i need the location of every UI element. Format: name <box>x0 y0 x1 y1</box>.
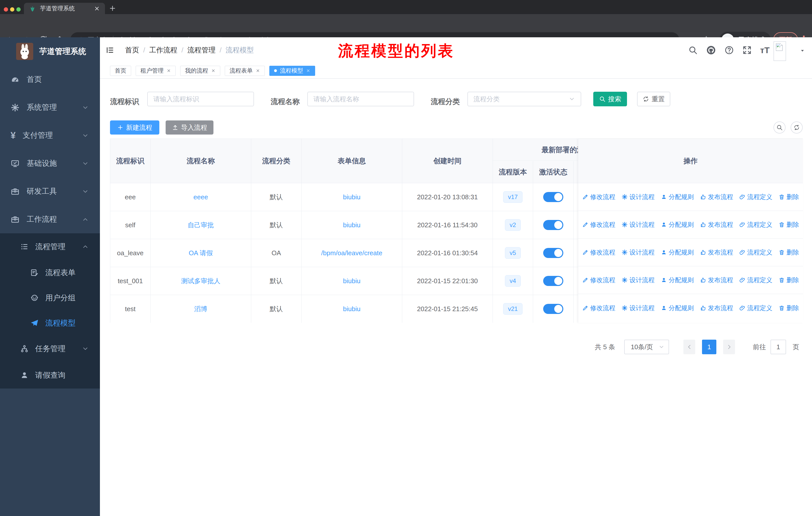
active-toggle[interactable] <box>543 220 563 230</box>
active-toggle[interactable] <box>543 304 563 314</box>
tab-close-icon[interactable] <box>94 5 100 11</box>
version-badge[interactable]: v4 <box>505 275 521 287</box>
active-toggle[interactable] <box>543 192 563 202</box>
page-size-select[interactable]: 10条/页 <box>624 340 669 354</box>
tagview-process-model[interactable]: 流程模型 <box>269 66 315 76</box>
publish-process-link[interactable]: 发布流程 <box>700 220 733 229</box>
cell-name-link[interactable]: eeee <box>150 183 251 211</box>
publish-process-link[interactable]: 发布流程 <box>700 193 733 201</box>
edit-process-link[interactable]: 修改流程 <box>582 248 615 256</box>
cell-name-link[interactable]: 自己审批 <box>150 211 251 239</box>
window-minimize-button[interactable] <box>10 7 14 11</box>
table-search-toggle-button[interactable] <box>774 121 786 134</box>
process-definition-link[interactable]: 流程定义 <box>739 220 773 229</box>
process-key-input[interactable] <box>147 92 254 106</box>
font-size-icon[interactable]: ᴛT <box>760 45 770 55</box>
process-definition-link[interactable]: 流程定义 <box>739 276 773 284</box>
assign-rule-link[interactable]: 分配规则 <box>661 248 694 256</box>
search-icon[interactable] <box>688 45 698 55</box>
sidebar-item-user-group[interactable]: 用户分组 <box>0 285 100 310</box>
process-definition-link[interactable]: 流程定义 <box>739 193 773 201</box>
tag-close-icon[interactable] <box>211 69 215 73</box>
delete-link[interactable]: 删除 <box>779 248 799 256</box>
tagview-tenant[interactable]: 租户管理 <box>136 66 176 76</box>
sidebar-item-workflow[interactable]: 工作流程 <box>0 205 100 233</box>
tagview-process-form[interactable]: 流程表单 <box>225 66 265 76</box>
sidebar-item-process-mgmt[interactable]: 流程管理 <box>0 233 100 260</box>
sidebar-collapse-icon[interactable] <box>106 46 114 54</box>
edit-process-link[interactable]: 修改流程 <box>582 276 615 284</box>
publish-process-link[interactable]: 发布流程 <box>700 248 733 256</box>
cell-name-link[interactable]: 滔博 <box>150 295 251 323</box>
sidebar-item-system[interactable]: 系统管理 <box>0 93 100 121</box>
publish-process-link[interactable]: 发布流程 <box>700 276 733 284</box>
sidebar-item-home[interactable]: 首页 <box>0 65 100 93</box>
user-menu-caret-icon[interactable] <box>800 48 805 53</box>
process-definition-link[interactable]: 流程定义 <box>739 248 773 256</box>
edit-process-link[interactable]: 修改流程 <box>582 220 615 229</box>
fullscreen-icon[interactable] <box>742 45 752 55</box>
breadcrumb-workflow[interactable]: 工作流程 <box>149 45 177 55</box>
delete-link[interactable]: 删除 <box>779 304 799 312</box>
active-toggle[interactable] <box>543 276 563 286</box>
reset-button[interactable]: 重置 <box>637 92 670 106</box>
sidebar-item-devtools[interactable]: 研发工具 <box>0 178 100 205</box>
design-process-link[interactable]: 设计流程 <box>621 276 655 284</box>
process-category-select[interactable]: 流程分类 <box>467 92 581 106</box>
sidebar-item-infra[interactable]: 基础设施 <box>0 150 100 178</box>
assign-rule-link[interactable]: 分配规则 <box>661 193 694 201</box>
user-avatar[interactable] <box>774 41 786 61</box>
breadcrumb-process-mgmt[interactable]: 流程管理 <box>187 45 216 55</box>
cell-name-link[interactable]: OA 请假 <box>150 239 251 267</box>
sidebar-item-leave-query[interactable]: 请假查询 <box>0 362 100 388</box>
browser-tab[interactable]: 芋道管理系统 <box>24 3 105 14</box>
tag-close-icon[interactable] <box>167 69 171 73</box>
process-definition-link[interactable]: 流程定义 <box>739 304 773 312</box>
cell-name-link[interactable]: 测试多审批人 <box>150 267 251 295</box>
assign-rule-link[interactable]: 分配规则 <box>661 276 694 284</box>
publish-process-link[interactable]: 发布流程 <box>700 304 733 312</box>
window-zoom-button[interactable] <box>17 7 21 11</box>
import-process-button[interactable]: 导入流程 <box>166 120 213 135</box>
cell-form-link[interactable]: biubiu <box>301 211 402 239</box>
window-close-button[interactable] <box>4 7 8 11</box>
edit-process-link[interactable]: 修改流程 <box>582 193 615 201</box>
sidebar-item-process-model[interactable]: 流程模型 <box>0 310 100 335</box>
github-icon[interactable] <box>706 45 716 55</box>
tagview-my-process[interactable]: 我的流程 <box>180 66 220 76</box>
search-button[interactable]: 搜索 <box>593 92 627 106</box>
design-process-link[interactable]: 设计流程 <box>621 304 655 312</box>
tag-close-icon[interactable] <box>256 69 260 73</box>
process-name-input[interactable] <box>307 92 414 106</box>
version-badge[interactable]: v5 <box>505 247 521 259</box>
sidebar-item-process-form[interactable]: 流程表单 <box>0 260 100 285</box>
page-number-button[interactable]: 1 <box>702 340 716 354</box>
design-process-link[interactable]: 设计流程 <box>621 193 655 201</box>
active-toggle[interactable] <box>543 248 563 258</box>
delete-link[interactable]: 删除 <box>779 220 799 229</box>
tagview-home[interactable]: 首页 <box>110 66 131 76</box>
delete-link[interactable]: 删除 <box>779 193 799 201</box>
design-process-link[interactable]: 设计流程 <box>621 220 655 229</box>
create-process-button[interactable]: 新建流程 <box>110 120 159 135</box>
cell-form-link[interactable]: biubiu <box>301 183 402 211</box>
next-page-button[interactable] <box>723 340 735 354</box>
sidebar-item-payment[interactable]: ¥ 支付管理 <box>0 121 100 150</box>
version-badge[interactable]: v17 <box>503 191 523 203</box>
tag-close-icon[interactable] <box>306 69 310 73</box>
breadcrumb-home[interactable]: 首页 <box>125 45 139 55</box>
version-badge[interactable]: v21 <box>503 303 523 315</box>
table-refresh-button[interactable] <box>791 121 803 134</box>
cell-form-link[interactable]: /bpm/oa/leave/create <box>301 239 402 267</box>
design-process-link[interactable]: 设计流程 <box>621 248 655 256</box>
edit-process-link[interactable]: 修改流程 <box>582 304 615 312</box>
sidebar-item-task-mgmt[interactable]: 任务管理 <box>0 335 100 362</box>
assign-rule-link[interactable]: 分配规则 <box>661 304 694 312</box>
version-badge[interactable]: v2 <box>505 219 521 231</box>
new-tab-button[interactable] <box>109 4 116 12</box>
delete-link[interactable]: 删除 <box>779 276 799 284</box>
help-icon[interactable] <box>724 45 734 55</box>
prev-page-button[interactable] <box>684 340 695 354</box>
goto-page-input[interactable] <box>771 340 786 354</box>
cell-form-link[interactable]: biubiu <box>301 267 402 295</box>
